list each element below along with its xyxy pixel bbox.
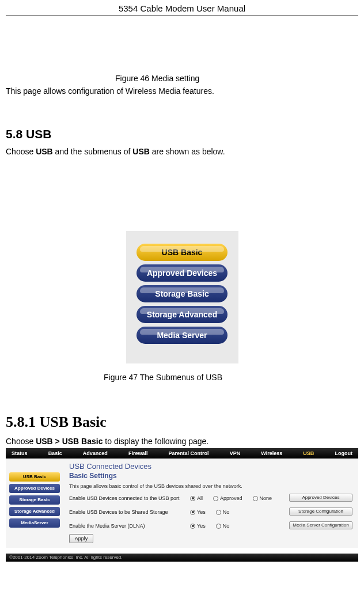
text-span: are shown as below. — [150, 147, 225, 156]
text-span: Choose — [6, 437, 36, 446]
radio-label: None — [260, 495, 272, 501]
header-rule — [6, 16, 358, 16]
screenshot-footer: ©2001-2014 Zoom Telephonics, Inc. All ri… — [6, 554, 358, 562]
row-label: Enable the Media Server (DLNA) — [69, 523, 190, 529]
figure-46-caption: Figure 46 Media setting — [6, 74, 358, 83]
submenu-figure: USB Basic Approved Devices Storage Basic… — [6, 231, 358, 363]
text-bold: USB — [36, 147, 53, 156]
figure-47-caption: Figure 47 The Submenus of USB — [6, 373, 358, 382]
text-span: Choose — [6, 147, 36, 156]
text-bold: USB — [132, 147, 150, 156]
radio-group: Yes No — [190, 523, 288, 529]
radio-label: No — [223, 509, 230, 515]
radio-label: No — [223, 523, 230, 529]
sidebar-usb-basic[interactable]: USB Basic — [9, 472, 60, 482]
nav-usb[interactable]: USB — [303, 450, 314, 456]
settings-row-usb-port: Enable USB Devices connected to the USB … — [69, 494, 352, 503]
panel: USB Connected Devices Basic Settings Thi… — [63, 459, 358, 548]
sidebar: USB Basic Approved Devices Storage Basic… — [6, 459, 63, 548]
nav-basic[interactable]: Basic — [48, 450, 62, 456]
text-bold: USB > USB Basic — [36, 437, 103, 446]
usb-basic-screenshot: Status Basic Advanced Firewall Parental … — [6, 448, 358, 562]
panel-subtitle: Basic Settings — [69, 472, 352, 480]
nav-firewall[interactable]: Firewall — [128, 450, 148, 456]
sidebar-mediaserver[interactable]: MediaServer — [9, 518, 60, 528]
submenu-usb-basic[interactable]: USB Basic — [136, 244, 227, 261]
submenu-storage-advanced[interactable]: Storage Advanced — [136, 306, 227, 323]
nav-wireless[interactable]: Wireless — [261, 450, 282, 456]
submenu-panel: USB Basic Approved Devices Storage Basic… — [126, 231, 238, 363]
panel-title: USB Connected Devices — [69, 462, 352, 471]
radio-no[interactable]: No — [216, 523, 230, 529]
row-label: Enable USB Devices to be Shared Storage — [69, 509, 190, 515]
approved-devices-button[interactable]: Approved Devices — [289, 494, 352, 502]
text-span: and the submenus of — [53, 147, 133, 156]
nav-advanced[interactable]: Advanced — [83, 450, 108, 456]
row-label: Enable USB Devices connected to the USB … — [69, 495, 190, 501]
top-nav: Status Basic Advanced Firewall Parental … — [6, 448, 358, 459]
page-header: 5354 Cable Modem User Manual — [0, 0, 364, 16]
radio-icon — [216, 524, 221, 529]
radio-icon — [190, 496, 195, 501]
radio-label: Yes — [197, 523, 206, 529]
submenu-storage-basic[interactable]: Storage Basic — [136, 285, 227, 302]
section-5-8-heading: 5.8 USB — [6, 127, 358, 141]
intro-paragraph: This page allows configuration of Wirele… — [6, 86, 358, 96]
section-5-8-1-instruction: Choose USB > USB Basic to display the fo… — [6, 437, 358, 446]
settings-row-shared-storage: Enable USB Devices to be Shared Storage … — [69, 507, 352, 517]
nav-parental-control[interactable]: Parental Control — [169, 450, 209, 456]
nav-status[interactable]: Status — [12, 450, 28, 456]
radio-icon — [190, 524, 195, 529]
radio-yes[interactable]: Yes — [190, 509, 206, 515]
radio-icon — [190, 510, 195, 515]
text-span: to display the following page. — [103, 437, 208, 446]
radio-label: All — [197, 495, 203, 501]
radio-icon — [216, 510, 221, 515]
nav-logout[interactable]: Logout — [335, 450, 352, 456]
sidebar-storage-basic[interactable]: Storage Basic — [9, 495, 60, 505]
panel-description: This page allows basic control of the US… — [69, 483, 352, 489]
media-server-config-button[interactable]: Media Server Configuration — [289, 521, 352, 529]
submenu-approved-devices[interactable]: Approved Devices — [136, 264, 227, 282]
radio-label: Yes — [197, 509, 206, 515]
sidebar-approved-devices[interactable]: Approved Devices — [9, 484, 60, 493]
submenu-media-server[interactable]: Media Server — [136, 327, 227, 344]
radio-icon — [253, 496, 258, 501]
radio-icon — [213, 496, 218, 501]
section-5-8-1-heading: 5.8.1 USB Basic — [6, 414, 358, 431]
main-area: USB Basic Approved Devices Storage Basic… — [6, 459, 358, 548]
radio-approved[interactable]: Approved — [213, 495, 242, 501]
settings-row-media-server: Enable the Media Server (DLNA) Yes No Me… — [69, 521, 352, 531]
radio-group: Yes No — [190, 509, 288, 515]
radio-yes[interactable]: Yes — [190, 523, 206, 529]
nav-vpn[interactable]: VPN — [230, 450, 241, 456]
apply-button[interactable]: Apply — [69, 534, 93, 543]
radio-all[interactable]: All — [190, 495, 203, 501]
storage-config-button[interactable]: Storage Configuration — [289, 507, 352, 516]
radio-no[interactable]: No — [216, 509, 230, 515]
sidebar-storage-advanced[interactable]: Storage Advanced — [9, 507, 60, 516]
section-5-8-instruction: Choose USB and the submenus of USB are s… — [6, 147, 358, 156]
radio-group: All Approved None — [190, 495, 288, 501]
radio-label: Approved — [220, 495, 242, 501]
radio-none[interactable]: None — [253, 495, 272, 501]
